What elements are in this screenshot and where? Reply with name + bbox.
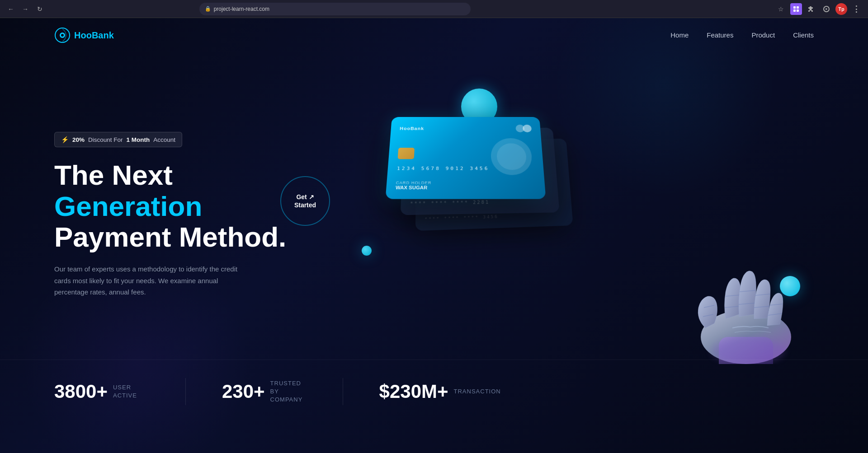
get-started-label: Get ↗ — [296, 193, 314, 201]
forward-button[interactable]: → — [20, 4, 31, 14]
badge-text: Discount For — [88, 136, 123, 143]
reload-button[interactable]: ↻ — [34, 4, 45, 14]
svg-rect-0 — [793, 6, 796, 9]
back-button[interactable]: ← — [5, 4, 16, 14]
discount-badge: ⚡ 20% Discount For 1 Month Account — [54, 132, 182, 147]
card-brand: HooBank — [400, 126, 424, 131]
stats-section: 3800+ USER ACTIVE 230+ TRUSTED BY COMPAN… — [0, 360, 868, 423]
badge-end: Account — [153, 136, 175, 143]
stat-companies: 230+ TRUSTED BY COMPANY — [222, 379, 307, 404]
stat-transactions-label: TRANSACTION — [454, 388, 490, 396]
hero-description: Our team of experts uses a methodology t… — [54, 263, 249, 298]
logo-text: HooBank — [74, 30, 114, 41]
card-chip — [398, 148, 415, 159]
profile-avatar[interactable]: Tp — [835, 3, 847, 15]
media-button[interactable] — [820, 3, 833, 15]
nav-product[interactable]: Product — [751, 31, 775, 39]
cards-stack: WAX SUGAR **** **** **** 3456 WAX SUGAR — [389, 111, 561, 256]
hero-section: ⚡ 20% Discount For 1 Month Account The N… — [0, 52, 868, 360]
stat-users-label: USER ACTIVE — [113, 383, 149, 400]
stat-divider-2 — [343, 378, 343, 405]
stat-transactions: $230M+ TRANSACTION — [379, 381, 490, 402]
card-front: HooBank 1234 5678 9012 3456 — [385, 117, 546, 199]
logo[interactable]: HooBank — [54, 27, 114, 43]
hero-title-line1: The Next — [54, 159, 173, 191]
card-holder-name: WAX SUGAR — [396, 185, 432, 190]
nav-features[interactable]: Features — [707, 31, 733, 39]
get-started-button[interactable]: Get ↗ Started — [280, 176, 330, 226]
robot-hand — [660, 229, 832, 364]
card-bottom: Card Holder WAX SUGAR — [396, 181, 536, 190]
svg-rect-2 — [793, 9, 796, 12]
nav-home[interactable]: Home — [670, 31, 689, 39]
logo-icon — [54, 27, 71, 43]
hero-title-line3: Payment Method. — [54, 221, 286, 252]
stat-users-number: 3800+ — [54, 381, 108, 402]
menu-button[interactable]: ⋮ — [850, 3, 863, 15]
url-text: project-learn-react.com — [214, 6, 269, 12]
orb-small — [362, 246, 372, 256]
lock-icon: 🔒 — [205, 6, 211, 12]
svg-rect-1 — [797, 6, 799, 9]
browser-chrome: ← → ↻ 🔒 project-learn-react.com ☆ T — [0, 0, 868, 18]
badge-percent: 20% — [72, 136, 85, 143]
stat-divider-1 — [185, 378, 186, 405]
svg-rect-3 — [797, 9, 799, 12]
browser-toolbar: ☆ Tp ⋮ — [775, 3, 863, 15]
hero-visual: WAX SUGAR **** **** **** 3456 WAX SUGAR — [335, 75, 814, 355]
badge-highlight: 1 Month — [127, 136, 150, 143]
badge-icon: ⚡ — [61, 136, 69, 143]
extensions-button[interactable] — [805, 3, 817, 15]
bookmark-icon[interactable]: ☆ — [775, 3, 788, 15]
card-holder-label: Card Holder — [396, 181, 432, 185]
started-label: Started — [294, 201, 316, 209]
svg-point-6 — [61, 34, 64, 37]
address-bar[interactable]: 🔒 project-learn-react.com — [199, 3, 471, 15]
stat-transactions-number: $230M+ — [379, 381, 448, 402]
nav-links: Home Features Product Clients — [670, 31, 814, 39]
extension-icon[interactable] — [790, 3, 802, 15]
site-wrapper: HooBank Home Features Product Clients ⚡ … — [0, 18, 868, 453]
hero-title-line2: Generation — [54, 191, 202, 222]
stat-users: 3800+ USER ACTIVE — [54, 381, 149, 402]
nav-clients[interactable]: Clients — [793, 31, 814, 39]
navbar: HooBank Home Features Product Clients — [0, 18, 868, 52]
stat-companies-label: TRUSTED BY COMPANY — [270, 379, 307, 404]
stat-companies-number: 230+ — [222, 381, 265, 402]
